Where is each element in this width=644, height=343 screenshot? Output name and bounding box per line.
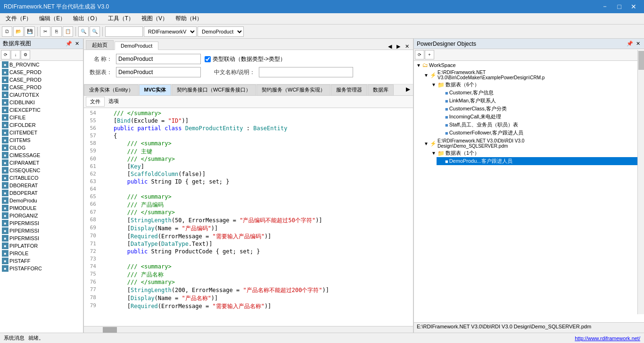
- toolbar-paste[interactable]: 📋: [63, 26, 73, 37]
- name-input[interactable]: [116, 54, 201, 64]
- toolbar-new[interactable]: 🗋: [2, 26, 12, 37]
- tree-item-cisequenc[interactable]: ■CISEQUENC: [0, 167, 83, 174]
- left-toolbar-btn2[interactable]: ↓: [11, 50, 20, 59]
- tree-item-ciexceptic[interactable]: ■CIEXCEPTIC: [0, 106, 83, 114]
- center-panel: 起始页 DemoProduct ◀ ▶ ✕ 名 称： 类型联动（数据类型->类型…: [84, 39, 413, 333]
- tree-item-pistaff[interactable]: ■PISTAFF: [0, 257, 83, 265]
- tree-item-ciautotex[interactable]: ■CIAUTOTEX: [0, 91, 83, 99]
- toolbar-copy[interactable]: ⎘: [51, 26, 62, 37]
- tree-item-demoprodu[interactable]: ■DemoProdu: [0, 197, 83, 204]
- entity-tab-wcf-impl[interactable]: 契约服务（WCF服务实现）: [256, 84, 330, 95]
- right-toolbar-btn1[interactable]: ⟳: [415, 50, 424, 59]
- tables2-header[interactable]: ▼ 📁 数据表（1个）: [429, 149, 644, 157]
- code-line-57: 57 {: [86, 133, 411, 140]
- chinese-name-input[interactable]: [259, 67, 353, 77]
- right-toolbar-btn2[interactable]: +: [425, 50, 434, 59]
- tree-item-ciitems[interactable]: ■CIITEMS: [0, 136, 83, 144]
- tables1-children: ■ Customer,客户信息 ■ LinkMan,客户联系人: [429, 89, 644, 137]
- tree-item-pistafforc[interactable]: ■PISTAFFORC: [0, 265, 83, 272]
- toolbar-save[interactable]: 💾: [25, 26, 35, 37]
- toolbar-open[interactable]: 📂: [13, 26, 24, 37]
- workspace-header[interactable]: ▼ 🗂 WorkSpace: [414, 61, 644, 69]
- menu-edit[interactable]: 编辑（E）: [35, 14, 69, 24]
- path1-header[interactable]: ▼ ⚡ E:\RDIFramework.NET V3.0\Bin\CodeMak…: [421, 69, 644, 81]
- tree-item-ciparamet[interactable]: ■CIPARAMET: [0, 159, 83, 167]
- tables2-icon: 📁: [438, 150, 445, 157]
- tree-item-dborat[interactable]: ■DBORERAT: [0, 182, 83, 189]
- tree-item-case-prod1[interactable]: ■CASE_PROD: [0, 68, 83, 76]
- tree-item-pirole[interactable]: ■PIROLE: [0, 250, 83, 257]
- close-button[interactable]: ✕: [627, 1, 640, 12]
- tree-item-pipermissi2[interactable]: ■PIPERMISSI: [0, 227, 83, 234]
- tree-item-pipermissi3[interactable]: ■PIPERMISSI: [0, 234, 83, 242]
- toolbar-cut[interactable]: ✂: [40, 26, 50, 37]
- tree-item-citableco[interactable]: ■CITABLECO: [0, 174, 83, 182]
- tree-item-cimessage[interactable]: ■CIMESSAGE: [0, 151, 83, 159]
- table-incomingcall[interactable]: ■ IncomingCall,来电处理: [437, 113, 644, 121]
- toolbar-field1[interactable]: [105, 26, 143, 37]
- sub-tab-options[interactable]: 选项: [105, 97, 123, 107]
- left-toolbar-btn3[interactable]: ⚙: [21, 50, 30, 59]
- tree-item-b-provinc[interactable]: ■B_PROVINC: [0, 61, 83, 68]
- code-scrollbar-h[interactable]: [84, 326, 413, 333]
- right-panel-close[interactable]: ✕: [635, 41, 641, 47]
- tab-nav: ◀ ▶ ✕: [386, 43, 411, 50]
- table-customerclass-icon: ■: [445, 106, 448, 112]
- table-staff[interactable]: ■ Staff,员工、业务员（职员）表: [437, 121, 644, 129]
- entity-tab-more[interactable]: ▶: [403, 84, 413, 95]
- table-demoprodu-selected[interactable]: ■ DemoProdu...客户跟进人员: [437, 157, 644, 165]
- left-toolbar-btn1[interactable]: ⟳: [1, 50, 10, 59]
- minimize-button[interactable]: －: [598, 1, 612, 12]
- tree-item-pipermissi1[interactable]: ■PIPERMISSI: [0, 219, 83, 227]
- tab-prev[interactable]: ◀: [386, 43, 394, 50]
- tree-item-cidblink[interactable]: ■CIDBLINKI: [0, 99, 83, 106]
- maximize-button[interactable]: □: [614, 1, 625, 12]
- table-customer[interactable]: ■ Customer,客户信息: [437, 89, 644, 97]
- toolbar-zoom-out[interactable]: 🔍: [90, 26, 100, 37]
- menu-tools[interactable]: 工具（T）: [104, 14, 138, 24]
- right-panel-pin[interactable]: 📌: [626, 41, 634, 47]
- table-customer-icon: ■: [445, 90, 448, 96]
- table-input[interactable]: [116, 67, 201, 77]
- tree-item-cifolder[interactable]: ■CIFOLDER: [0, 121, 83, 129]
- tab-next[interactable]: ▶: [395, 43, 402, 50]
- tree-item-pimodule[interactable]: ■PIMODULE: [0, 204, 83, 212]
- tree-item-cifile[interactable]: ■CIFILE: [0, 114, 83, 121]
- tree-item-piorganiz[interactable]: ■PIORGANIZ: [0, 212, 83, 219]
- entity-tab-wcf-interface[interactable]: 契约服务接口（WCF服务接口）: [172, 84, 256, 95]
- left-panel-pin[interactable]: 📌: [65, 41, 73, 47]
- menu-output[interactable]: 输出（O）: [69, 14, 104, 24]
- right-scrollbar-v[interactable]: [637, 50, 644, 314]
- tab-close[interactable]: ✕: [403, 43, 411, 50]
- left-panel-close[interactable]: ✕: [74, 41, 80, 47]
- entity-tab-service-mgr[interactable]: 服务管理器: [331, 84, 367, 95]
- tree-item-dboperat[interactable]: ■DBOPERAT: [0, 189, 83, 197]
- center-tab-bar: 起始页 DemoProduct ◀ ▶ ✕: [84, 39, 413, 50]
- status-link[interactable]: http://www.rdiframework.net/: [575, 335, 640, 341]
- path2-header[interactable]: ▼ ⚡ E:\RDIFramework.NET V3.0\Db\RDI V3.0…: [421, 138, 644, 149]
- code-line-61: 61 [Key]: [86, 163, 411, 171]
- tables1-header[interactable]: ▼ 📁 数据表（6个）: [429, 81, 644, 89]
- entity-tabs: 业务实体（Entity） MVC实体 契约服务接口（WCF服务接口） 契约服务（…: [84, 84, 413, 96]
- table-customerclass[interactable]: ■ CustomerClass,客户分类: [437, 105, 644, 113]
- tree-item-cilog[interactable]: ■CILOG: [0, 144, 83, 151]
- tab-demoproduct[interactable]: DemoProduct: [115, 42, 158, 50]
- menu-view[interactable]: 视图（V）: [138, 14, 172, 24]
- tree-item-case-prod3[interactable]: ■CASE_PROD: [0, 84, 83, 91]
- table-linkman[interactable]: ■ LinkMan,客户联系人: [437, 97, 644, 105]
- tree-item-case-prod2[interactable]: ■CASE_PROD: [0, 76, 83, 84]
- toolbar-select2[interactable]: DemoProduct: [198, 26, 244, 37]
- type-checkbox[interactable]: [205, 56, 211, 62]
- tree-item-ciitemdet[interactable]: ■CIITEMDET: [0, 129, 83, 136]
- table-customerfollower[interactable]: ■ CustomerFollower,客户跟进人员: [437, 129, 644, 137]
- tab-start[interactable]: 起始页: [86, 40, 114, 50]
- toolbar-select1[interactable]: RDIFrameworkV: [144, 26, 197, 37]
- entity-tab-mvc[interactable]: MVC实体: [139, 84, 171, 95]
- toolbar-zoom-in[interactable]: 🔍: [78, 26, 89, 37]
- sub-tab-file[interactable]: 文件: [86, 97, 105, 107]
- menu-file[interactable]: 文件（F）: [2, 14, 35, 24]
- entity-tab-db[interactable]: 数据库: [368, 84, 394, 95]
- menu-help[interactable]: 帮助（H）: [172, 14, 206, 24]
- entity-tab-entity[interactable]: 业务实体（Entity）: [84, 84, 139, 95]
- tree-item-piplatfor[interactable]: ■PIPLATFOR: [0, 242, 83, 250]
